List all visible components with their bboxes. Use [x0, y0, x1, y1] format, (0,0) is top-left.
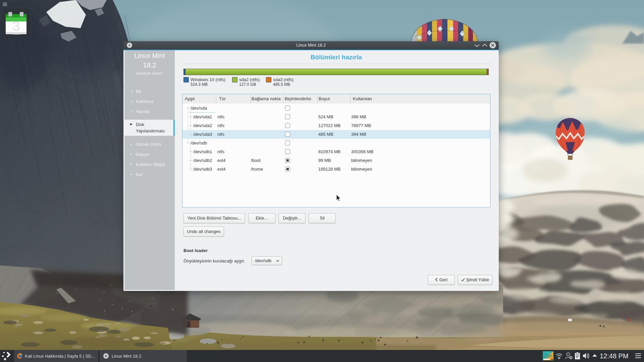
svg-text:3: 3	[12, 19, 20, 34]
